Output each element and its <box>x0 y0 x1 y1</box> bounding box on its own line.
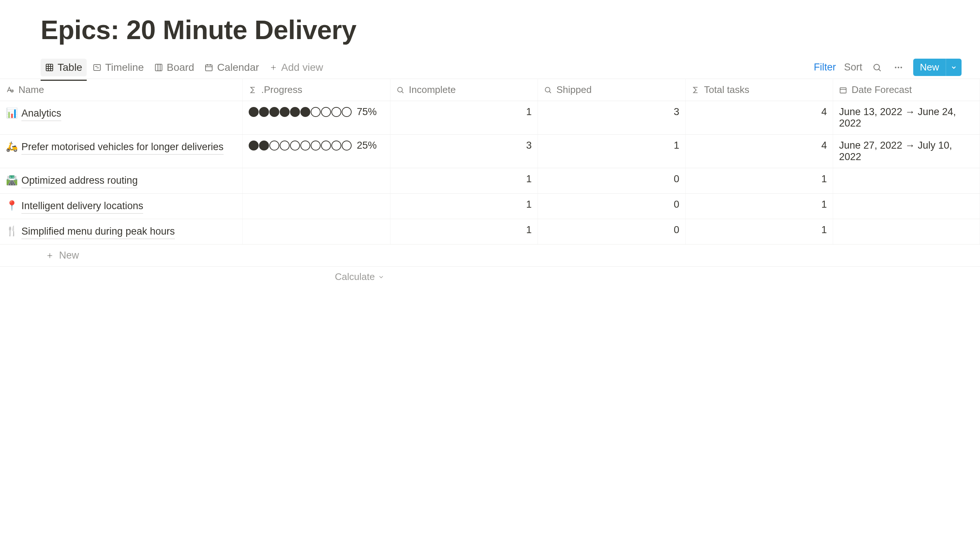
svg-rect-8 <box>155 64 162 71</box>
cell-name[interactable]: 🛣️Optimized address routing <box>0 168 243 193</box>
cell-total[interactable]: 4 <box>686 101 833 134</box>
magnify-icon <box>544 86 552 94</box>
tab-label: Timeline <box>105 62 144 73</box>
progress-dot <box>300 140 310 150</box>
cell-incomplete[interactable]: 3 <box>390 135 538 168</box>
cell-shipped[interactable]: 0 <box>538 219 686 244</box>
progress-dot <box>290 140 300 150</box>
view-toolbar: Table Timeline Board Calendar <box>0 56 980 79</box>
chevron-down-icon <box>378 274 385 280</box>
svg-point-21 <box>900 67 902 68</box>
sigma-icon <box>691 86 700 94</box>
cell-progress[interactable] <box>243 168 390 193</box>
text-icon <box>6 86 14 94</box>
row-emoji-icon: 🛵 <box>6 140 18 153</box>
column-header-date[interactable]: Date Forecast <box>833 79 980 101</box>
cell-name[interactable]: 🍴Simplified menu during peak hours <box>0 219 243 244</box>
table-row[interactable]: 🛵Prefer motorised vehicles for longer de… <box>0 135 980 168</box>
progress-dots <box>249 140 352 150</box>
row-name-text: Optimized address routing <box>21 173 138 188</box>
more-button[interactable] <box>892 61 905 74</box>
table-icon <box>45 63 54 72</box>
column-header-name[interactable]: Name <box>0 79 243 101</box>
column-label: Incomplete <box>409 84 456 96</box>
column-header-shipped[interactable]: Shipped <box>538 79 686 101</box>
add-view-button[interactable]: Add view <box>265 59 328 77</box>
row-emoji-icon: 📍 <box>6 199 18 212</box>
cell-progress[interactable]: 75% <box>243 101 390 134</box>
filter-button[interactable]: Filter <box>814 62 836 73</box>
cell-shipped[interactable]: 3 <box>538 101 686 134</box>
dots-icon <box>894 63 903 72</box>
database-table: Name .Progress Incomplete Shipped Total … <box>0 79 980 287</box>
row-name-text: Intelligent delivery locations <box>21 199 143 213</box>
chevron-down-icon <box>951 64 957 71</box>
row-name-text: Prefer motorised vehicles for longer del… <box>21 140 223 155</box>
cell-progress[interactable]: 25% <box>243 135 390 168</box>
column-header-total[interactable]: Total tasks <box>686 79 833 101</box>
cell-total[interactable]: 1 <box>686 168 833 193</box>
progress-dot <box>321 107 331 117</box>
cell-date[interactable]: June 13, 2022 → June 24, 2022 <box>833 101 980 134</box>
page-title[interactable]: Epics: 20 Minute Delivery <box>0 7 980 56</box>
new-button[interactable]: New <box>913 59 946 76</box>
progress-dot <box>342 140 352 150</box>
tab-calendar[interactable]: Calendar <box>200 59 263 77</box>
cell-date[interactable]: June 27, 2022 → July 10, 2022 <box>833 135 980 168</box>
cell-date[interactable] <box>833 168 980 193</box>
progress-percent: 75% <box>357 106 377 118</box>
cell-total[interactable]: 1 <box>686 194 833 219</box>
progress-dot <box>321 140 331 150</box>
cell-incomplete[interactable]: 1 <box>390 101 538 134</box>
table-row[interactable]: 🛣️Optimized address routing101 <box>0 168 980 194</box>
table-row[interactable]: 📊Analytics75%134June 13, 2022 → June 24,… <box>0 101 980 135</box>
add-view-label: Add view <box>281 62 323 73</box>
calculate-button[interactable]: Calculate <box>243 267 390 287</box>
cell-total[interactable]: 4 <box>686 135 833 168</box>
cell-progress[interactable] <box>243 194 390 219</box>
cell-name[interactable]: 📊Analytics <box>0 101 243 134</box>
column-header-progress[interactable]: .Progress <box>243 79 390 101</box>
progress-dot <box>269 140 279 150</box>
cell-total[interactable]: 1 <box>686 219 833 244</box>
timeline-icon <box>93 63 101 72</box>
table-row[interactable]: 📍Intelligent delivery locations101 <box>0 194 980 219</box>
cell-date[interactable] <box>833 219 980 244</box>
svg-line-27 <box>550 91 551 93</box>
cell-shipped[interactable]: 0 <box>538 168 686 193</box>
row-emoji-icon: 📊 <box>6 106 18 119</box>
table-row[interactable]: 🍴Simplified menu during peak hours101 <box>0 219 980 244</box>
cell-name[interactable]: 🛵Prefer motorised vehicles for longer de… <box>0 135 243 168</box>
column-label: Date Forecast <box>851 84 912 96</box>
tab-table[interactable]: Table <box>41 59 87 77</box>
tab-label: Table <box>57 62 82 73</box>
svg-point-26 <box>545 87 550 92</box>
progress-dot <box>331 140 341 150</box>
cell-incomplete[interactable]: 1 <box>390 219 538 244</box>
search-button[interactable] <box>871 61 884 74</box>
plus-icon <box>269 64 277 72</box>
cell-date[interactable] <box>833 194 980 219</box>
progress-dots <box>249 107 352 117</box>
svg-rect-0 <box>46 64 53 71</box>
progress-dot <box>280 107 290 117</box>
new-row-button[interactable]: New <box>0 244 980 267</box>
tab-timeline[interactable]: Timeline <box>88 59 148 77</box>
cell-progress[interactable] <box>243 219 390 244</box>
cell-incomplete[interactable]: 1 <box>390 168 538 193</box>
new-button-dropdown[interactable] <box>946 59 962 76</box>
progress-dot <box>311 107 321 117</box>
column-header-incomplete[interactable]: Incomplete <box>390 79 538 101</box>
tab-board[interactable]: Board <box>150 59 199 77</box>
cell-shipped[interactable]: 1 <box>538 135 686 168</box>
svg-point-20 <box>898 67 899 68</box>
svg-line-25 <box>402 91 403 93</box>
column-label: .Progress <box>261 84 302 96</box>
cell-name[interactable]: 📍Intelligent delivery locations <box>0 194 243 219</box>
sort-button[interactable]: Sort <box>844 62 862 73</box>
progress-dot <box>290 107 300 117</box>
new-row-label: New <box>59 250 79 261</box>
new-button-group: New <box>913 59 962 76</box>
cell-incomplete[interactable]: 1 <box>390 194 538 219</box>
cell-shipped[interactable]: 0 <box>538 194 686 219</box>
